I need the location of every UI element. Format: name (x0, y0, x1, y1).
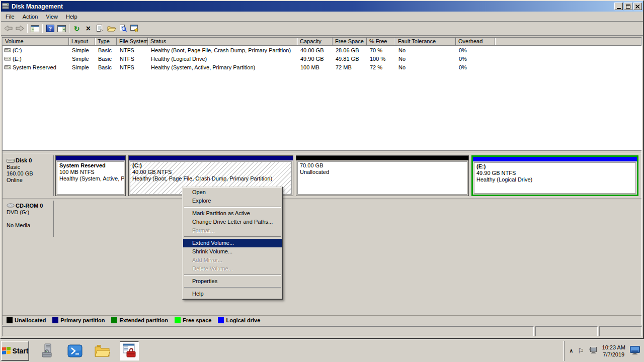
volume-row-c[interactable]: (C:) Simple Basic NTFS Healthy (Boot, Pa… (3, 46, 641, 54)
find-button[interactable] (117, 23, 129, 34)
column-header-file-system[interactable]: File System (117, 38, 148, 46)
window-title: Disk Management (12, 3, 613, 10)
system-tray: ∧ ⚐ 10:23 AM 7/7/2019 (564, 341, 643, 361)
refresh-button[interactable]: ↻ (71, 23, 83, 34)
taskbar-app-powershell[interactable] (65, 341, 85, 360)
title-bar[interactable]: Disk Management (1, 1, 643, 12)
desktop: { "window": { "title": "Disk Management"… (0, 0, 644, 362)
console-content: Volume Layout Type File System Status Ca… (2, 37, 642, 325)
context-menu-item-help[interactable]: Help (183, 290, 282, 298)
volume-icon (4, 56, 11, 61)
taskbar: Start ∧ ⚐ 10:23 AM 7/7/2019 (0, 339, 644, 362)
delete-icon: × (86, 25, 91, 33)
cdrom-label-panel[interactable]: CD-ROM 0 DVD (G:) No Media (6, 201, 54, 237)
disk-management-toolbox-icon (122, 343, 137, 358)
column-header-capacity[interactable]: Capacity (297, 38, 333, 46)
start-button[interactable]: Start (1, 341, 29, 361)
context-menu-item-mark-partition-active[interactable]: Mark Partition as Active (183, 209, 282, 218)
forward-button[interactable] (14, 23, 26, 34)
cdrom-status: No Media (7, 222, 52, 229)
context-menu-item-properties[interactable]: Properties (183, 277, 282, 286)
legend-swatch (218, 317, 224, 323)
unallocated-color-bar (296, 156, 468, 160)
options-button[interactable] (129, 23, 140, 34)
legend-swatch (7, 317, 13, 323)
open-folder-button[interactable] (106, 23, 117, 34)
menu-file[interactable]: File (2, 12, 19, 21)
column-header-free-space[interactable]: Free Space (333, 38, 367, 46)
properties-icon (96, 25, 104, 32)
search-icon (119, 25, 127, 32)
action-pane-icon (57, 25, 66, 32)
back-button[interactable] (3, 23, 14, 34)
maximize-icon (626, 5, 630, 9)
column-header-volume[interactable]: Volume (3, 38, 69, 46)
show-console-tree-button[interactable] (29, 23, 41, 34)
legend-primary-partition: Primary partition (52, 317, 105, 323)
taskbar-app-file-explorer[interactable] (93, 341, 112, 360)
legend-swatch (175, 317, 181, 323)
partition-system-reserved[interactable]: System Reserved 100 MB NTFS Healthy (Sys… (55, 155, 126, 196)
volume-row-e[interactable]: (E:) Simple Basic NTFS Healthy (Logical … (3, 54, 641, 63)
column-header-status[interactable]: Status (148, 38, 297, 46)
show-hidden-icons-chevron[interactable]: ∧ (570, 348, 573, 353)
monitor-tray-icon[interactable] (630, 346, 640, 355)
tray-clock[interactable]: 10:23 AM 7/7/2019 (602, 344, 625, 358)
status-panel-2 (535, 326, 598, 336)
action-center-flag-icon[interactable]: ⚐ (578, 347, 584, 354)
taskbar-app-disk-management[interactable] (120, 341, 139, 360)
console-tree-icon (31, 25, 39, 32)
hard-disk-icon (7, 158, 15, 163)
context-menu-item-open[interactable]: Open (183, 188, 282, 197)
context-menu-item-change-drive-letter[interactable]: Change Drive Letter and Paths... (183, 218, 282, 226)
server-manager-icon (40, 343, 55, 358)
context-menu-item-shrink-volume[interactable]: Shrink Volume... (183, 247, 282, 256)
menu-view[interactable]: View (42, 12, 62, 21)
menu-help[interactable]: Help (62, 12, 82, 21)
context-menu-item-add-mirror: Add Mirror... (183, 256, 282, 264)
volume-icon (4, 64, 11, 70)
partition-e-logical[interactable]: (E:) 49.90 GB NTFS Healthy (Logical Driv… (471, 155, 638, 196)
powershell-icon (67, 344, 83, 357)
close-button[interactable] (633, 3, 642, 10)
help-icon: ? (46, 25, 54, 32)
column-header-overhead[interactable]: Overhead (456, 38, 495, 46)
context-menu-item-extend-volume[interactable]: Extend Volume... (183, 239, 282, 247)
legend-swatch (52, 317, 58, 323)
legend-extended-partition: Extended partition (111, 317, 168, 323)
show-action-pane-button[interactable] (56, 23, 67, 34)
status-panel-3 (599, 326, 642, 336)
forward-icon (16, 25, 24, 32)
cdrom-type: DVD (G:) (7, 209, 52, 216)
disk0-label-panel[interactable]: Disk 0 Basic 160.00 GB Online (6, 155, 54, 196)
back-icon (4, 25, 13, 32)
legend-free-space: Free space (175, 317, 211, 323)
open-folder-icon (107, 25, 116, 32)
cdrom-row: CD-ROM 0 DVD (G:) No Media (3, 198, 641, 239)
primary-partition-color-bar (129, 156, 293, 160)
column-header-layout[interactable]: Layout (69, 38, 95, 46)
network-icon[interactable] (589, 346, 598, 355)
column-header-type[interactable]: Type (95, 38, 117, 46)
properties-button[interactable] (94, 23, 106, 34)
unallocated-space[interactable]: 70.00 GB Unallocated (296, 155, 469, 196)
column-header-fault-tolerance[interactable]: Fault Tolerance (395, 38, 456, 46)
volume-row-system-reserved[interactable]: System Reserved Simple Basic NTFS Health… (3, 63, 641, 71)
context-menu-item-format: Format... (183, 226, 282, 235)
clock-time: 10:23 AM (602, 344, 625, 351)
disk0-row: Disk 0 Basic 160.00 GB Online System Res… (3, 153, 641, 198)
column-header-pct-free[interactable]: % Free (367, 38, 395, 46)
maximize-button[interactable] (624, 3, 632, 10)
disk0-type: Basic (7, 164, 52, 170)
taskbar-app-server-manager[interactable] (38, 341, 57, 360)
help-button[interactable]: ? (44, 23, 56, 34)
windows-logo-icon (2, 347, 11, 354)
toolbar: ? ↻ × (1, 22, 643, 36)
menu-action[interactable]: Action (19, 12, 42, 21)
minimize-button[interactable] (614, 3, 623, 10)
refresh-icon: ↻ (74, 25, 80, 33)
context-menu-item-explore[interactable]: Explore (183, 197, 282, 205)
cdrom-empty-area (54, 201, 638, 237)
delete-button[interactable]: × (83, 23, 94, 34)
volume-list: Volume Layout Type File System Status Ca… (3, 38, 641, 151)
